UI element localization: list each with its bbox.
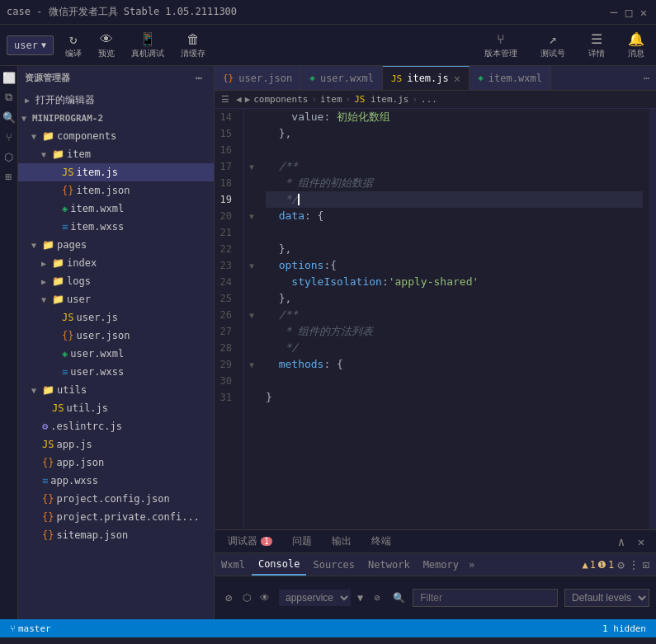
console-tab-console[interactable]: Console <box>252 553 307 576</box>
files-icon[interactable]: ⬜ <box>1 69 17 86</box>
filter-icon[interactable]: 🔍 <box>391 590 406 605</box>
panel-expand-icon[interactable]: ∧ <box>613 534 630 550</box>
minimize-button[interactable]: ─ <box>608 7 620 18</box>
clear-cache-button[interactable]: 🗑 清缓存 <box>176 30 210 61</box>
console-tab-wxml[interactable]: Wxml <box>215 553 252 576</box>
panel-tab-debugger[interactable]: 调试器 1 <box>218 530 282 552</box>
breadcrumb-dots[interactable]: ... <box>421 94 437 105</box>
tab-item-js[interactable]: JS item.js ✕ <box>383 66 470 90</box>
text-cursor <box>298 194 300 205</box>
fold-21 <box>244 224 259 241</box>
line-numbers: 14 15 16 17 18 19 20 21 22 23 24 25 26 2… <box>215 109 244 529</box>
copy-icon[interactable]: ⧉ <box>1 89 17 106</box>
appservice-select[interactable]: appservice <box>279 590 351 606</box>
fold-19 <box>244 191 259 208</box>
preview-button[interactable]: 👁 预览 <box>93 30 120 61</box>
sidebar-item-project-config[interactable]: {} project.config.json <box>18 490 214 508</box>
title-bar-left: case - 微信开发者工具 Stable 1.05.2111300 <box>7 5 237 19</box>
sidebar-item-item-wxss[interactable]: ≡ item.wxss <box>18 218 214 236</box>
filter-input[interactable] <box>413 589 558 607</box>
breadcrumb-item-folder[interactable]: item <box>320 94 342 105</box>
sidebar-item-sitemap[interactable]: {} sitemap.json <box>18 526 214 544</box>
sidebar-item-item-folder[interactable]: ▼ 📁 item <box>18 145 214 163</box>
settings-icon[interactable]: ⚙ <box>617 558 624 571</box>
console-tab-memory[interactable]: Memory <box>417 553 465 576</box>
sidebar-item-app-js[interactable]: JS app.js <box>18 435 214 454</box>
sidebar-item-components[interactable]: ▼ 📁 components <box>18 127 214 145</box>
sidebar-item-project-private[interactable]: {} project.private.confi... <box>18 508 214 526</box>
arrow-icon: ▼ <box>41 295 50 304</box>
clear-console-icon[interactable]: ⊘ <box>221 590 236 605</box>
console-tab-more[interactable]: » <box>465 553 478 576</box>
message-button[interactable]: 🔔 消息 <box>623 30 649 61</box>
detail-button[interactable]: ☰ 详情 <box>583 30 610 61</box>
sidebar-item-project[interactable]: ▼ MINIPROGRAM-2 <box>18 109 214 127</box>
tab-user-json[interactable]: {} user.json <box>215 66 301 90</box>
sidebar-item-app-json[interactable]: {} app.json <box>18 454 214 472</box>
tab-item-wxml[interactable]: ◈ item.wxml <box>470 66 551 90</box>
sidebar-item-user-js[interactable]: JS user.js <box>18 308 214 327</box>
real-machine-button[interactable]: 📱 真机调试 <box>126 30 169 61</box>
fold-23-btn[interactable]: ▼ <box>244 257 259 274</box>
editor-scrollbar[interactable] <box>649 109 656 529</box>
sidebar-item-item-wxml[interactable]: ◈ item.wxml <box>18 200 214 218</box>
sidebar-item-item-json[interactable]: {} item.json <box>18 181 214 200</box>
breadcrumb-nav-right[interactable]: ▶ <box>245 94 251 105</box>
code-area[interactable]: value: 初始化数组 }, /** * 组件的初始数据 <box>259 109 649 529</box>
extensions-icon[interactable]: ⊞ <box>1 168 17 185</box>
sidebar-item-index[interactable]: ▶ 📁 index <box>18 254 214 272</box>
sidebar-item-user-folder[interactable]: ▼ 📁 user <box>18 290 214 308</box>
breadcrumb-nav-left[interactable]: ◀ <box>236 94 242 105</box>
sidebar-item-pages[interactable]: ▼ 📁 pages <box>18 236 214 254</box>
panel-close-icon[interactable]: ✕ <box>633 534 649 550</box>
panel-tab-issues[interactable]: 问题 <box>282 530 322 552</box>
debug-icon[interactable]: ⬡ <box>1 148 17 165</box>
eye-icon[interactable]: 👁 <box>257 590 272 605</box>
status-hidden[interactable]: 1 hidden <box>599 619 649 637</box>
fold-15 <box>244 125 259 142</box>
fold-26-btn[interactable]: ▼ <box>244 307 259 323</box>
chevron-down-console[interactable]: ▼ <box>357 592 363 604</box>
sidebar-item-logs[interactable]: ▶ 📁 logs <box>18 272 214 290</box>
sidebar-item-utils[interactable]: ▼ 📁 utils <box>18 381 214 399</box>
block-icon[interactable]: ⬡ <box>239 590 254 605</box>
util-js-label: util.js <box>66 402 108 414</box>
json-icon: {} <box>42 493 54 505</box>
sidebar-item-app-wxss[interactable]: ≡ app.wxss <box>18 472 214 490</box>
detach-icon[interactable]: ⊡ <box>643 558 649 571</box>
panel-tab-output[interactable]: 输出 <box>322 530 361 552</box>
sidebar-item-open-editors[interactable]: ▶ 打开的编辑器 <box>18 91 214 109</box>
sidebar-item-user-json[interactable]: {} user.json <box>18 327 214 345</box>
fold-20-btn[interactable]: ▼ <box>244 208 259 224</box>
git-icon[interactable]: ⑂ <box>1 129 17 145</box>
breadcrumb-components[interactable]: components <box>253 94 308 105</box>
console-stop-icon[interactable]: ⊘ <box>370 590 385 605</box>
sidebar-item-user-wxss[interactable]: ≡ user.wxss <box>18 363 214 381</box>
maximize-button[interactable]: □ <box>623 7 635 18</box>
sidebar-item-eslintrc[interactable]: ⚙ .eslintrc.js <box>18 417 214 435</box>
test-button[interactable]: ↗ 测试号 <box>536 30 570 61</box>
search-icon[interactable]: 🔍 <box>1 109 17 125</box>
fold-17-btn[interactable]: ▼ <box>244 158 259 175</box>
close-button[interactable]: ✕ <box>638 7 649 18</box>
levels-select[interactable]: Default levels <box>564 589 649 607</box>
tab-user-wxml[interactable]: ◈ user.wxml <box>301 66 383 90</box>
console-tab-network[interactable]: Network <box>361 553 417 576</box>
tab-close-button[interactable]: ✕ <box>454 73 460 84</box>
folder-icon: 📁 <box>52 148 64 160</box>
console-tab-sources[interactable]: Sources <box>306 553 361 576</box>
version-button[interactable]: ⑂ 版本管理 <box>479 30 522 61</box>
sidebar-item-item-js[interactable]: JS item.js <box>18 163 214 181</box>
compile-button[interactable]: ↻ 编译 <box>60 30 87 61</box>
user-dropdown[interactable]: user ▼ <box>7 35 54 55</box>
breadcrumb-item-js[interactable]: JS item.js <box>354 94 408 105</box>
editor-content[interactable]: 14 15 16 17 18 19 20 21 22 23 24 25 26 2… <box>215 109 656 529</box>
sidebar-item-user-wxml[interactable]: ◈ user.wxml <box>18 345 214 363</box>
fold-29-btn[interactable]: ▼ <box>244 356 259 373</box>
sidebar-item-util-js[interactable]: JS util.js <box>18 399 214 417</box>
panel-tab-terminal[interactable]: 终端 <box>361 530 401 552</box>
status-branch[interactable]: ⑂ master <box>7 619 54 637</box>
tab-more-button[interactable]: ⋯ <box>637 66 656 90</box>
new-file-icon[interactable]: ⋯ <box>191 69 207 86</box>
more-options-icon[interactable]: ⋮ <box>628 558 639 571</box>
